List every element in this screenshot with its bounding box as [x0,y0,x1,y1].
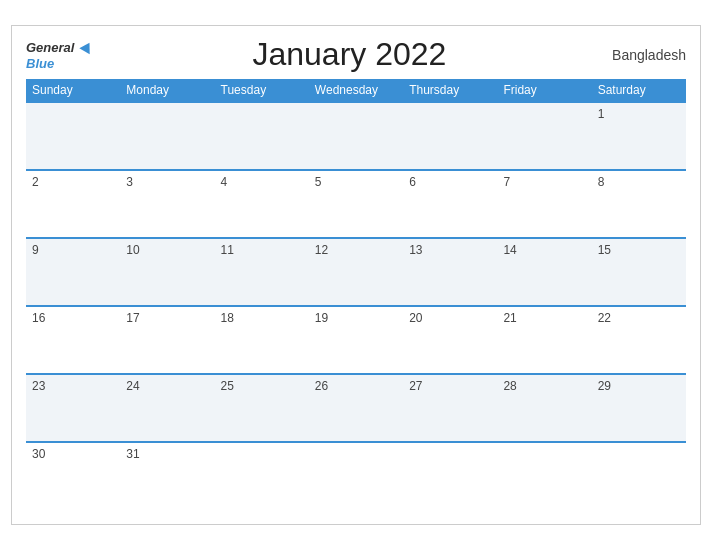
logo-blue-text: Blue [26,56,54,71]
calendar-day-cell [592,442,686,510]
day-number: 28 [503,379,516,393]
day-number: 10 [126,243,139,257]
calendar-week-row: 9101112131415 [26,238,686,306]
logo-general-text: General [26,40,74,55]
day-number: 26 [315,379,328,393]
calendar-week-row: 23242526272829 [26,374,686,442]
calendar-week-row: 16171819202122 [26,306,686,374]
day-number: 24 [126,379,139,393]
calendar-day-cell [26,102,120,170]
day-number: 14 [503,243,516,257]
calendar-day-cell: 21 [497,306,591,374]
weekday-header-wednesday: Wednesday [309,79,403,102]
day-number: 6 [409,175,416,189]
day-number: 7 [503,175,510,189]
calendar-day-cell: 18 [215,306,309,374]
calendar-day-cell: 27 [403,374,497,442]
calendar-table: SundayMondayTuesdayWednesdayThursdayFrid… [26,79,686,510]
calendar-day-cell [215,102,309,170]
calendar-week-row: 1 [26,102,686,170]
day-number: 22 [598,311,611,325]
calendar-day-cell: 15 [592,238,686,306]
calendar-title: January 2022 [93,36,606,73]
calendar-day-cell [309,102,403,170]
calendar-day-cell: 16 [26,306,120,374]
calendar-day-cell [309,442,403,510]
calendar-day-cell: 19 [309,306,403,374]
day-number: 30 [32,447,45,461]
calendar-day-cell [215,442,309,510]
weekday-header-sunday: Sunday [26,79,120,102]
calendar-day-cell: 22 [592,306,686,374]
calendar-day-cell [497,102,591,170]
weekday-header-tuesday: Tuesday [215,79,309,102]
calendar-day-cell: 13 [403,238,497,306]
day-number: 27 [409,379,422,393]
calendar-week-row: 3031 [26,442,686,510]
calendar-day-cell: 29 [592,374,686,442]
calendar-day-cell: 5 [309,170,403,238]
calendar-day-cell: 10 [120,238,214,306]
calendar-day-cell [497,442,591,510]
day-number: 16 [32,311,45,325]
day-number: 11 [221,243,234,257]
calendar-day-cell: 24 [120,374,214,442]
calendar-day-cell: 28 [497,374,591,442]
logo-general-line: General [26,39,93,55]
day-number: 15 [598,243,611,257]
day-number: 2 [32,175,39,189]
day-number: 3 [126,175,133,189]
weekday-header-thursday: Thursday [403,79,497,102]
calendar-day-cell: 4 [215,170,309,238]
day-number: 23 [32,379,45,393]
day-number: 12 [315,243,328,257]
day-number: 4 [221,175,228,189]
day-number: 29 [598,379,611,393]
calendar-country: Bangladesh [606,47,686,63]
day-number: 31 [126,447,139,461]
calendar-day-cell: 9 [26,238,120,306]
day-number: 13 [409,243,422,257]
calendar-day-cell: 30 [26,442,120,510]
calendar-week-row: 2345678 [26,170,686,238]
day-number: 5 [315,175,322,189]
day-number: 25 [221,379,234,393]
calendar-day-cell: 11 [215,238,309,306]
calendar-day-cell: 8 [592,170,686,238]
calendar-day-cell: 1 [592,102,686,170]
calendar-day-cell: 25 [215,374,309,442]
calendar-day-cell [120,102,214,170]
calendar-day-cell [403,442,497,510]
day-number: 20 [409,311,422,325]
weekday-header-monday: Monday [120,79,214,102]
day-number: 8 [598,175,605,189]
calendar-day-cell: 2 [26,170,120,238]
day-number: 1 [598,107,605,121]
day-number: 9 [32,243,39,257]
calendar-header: General Blue January 2022 Bangladesh [26,36,686,73]
calendar-day-cell: 23 [26,374,120,442]
day-number: 21 [503,311,516,325]
day-number: 19 [315,311,328,325]
logo: General Blue [26,39,93,71]
calendar-day-cell: 17 [120,306,214,374]
calendar-day-cell: 26 [309,374,403,442]
calendar-day-cell: 12 [309,238,403,306]
calendar-day-cell: 31 [120,442,214,510]
calendar-day-cell: 7 [497,170,591,238]
calendar-day-cell: 6 [403,170,497,238]
weekday-header-saturday: Saturday [592,79,686,102]
calendar-day-cell: 3 [120,170,214,238]
calendar: General Blue January 2022 Bangladesh Sun… [11,25,701,525]
calendar-day-cell: 14 [497,238,591,306]
day-number: 17 [126,311,139,325]
day-number: 18 [221,311,234,325]
weekday-header-friday: Friday [497,79,591,102]
weekday-header-row: SundayMondayTuesdayWednesdayThursdayFrid… [26,79,686,102]
calendar-day-cell [403,102,497,170]
calendar-day-cell: 20 [403,306,497,374]
